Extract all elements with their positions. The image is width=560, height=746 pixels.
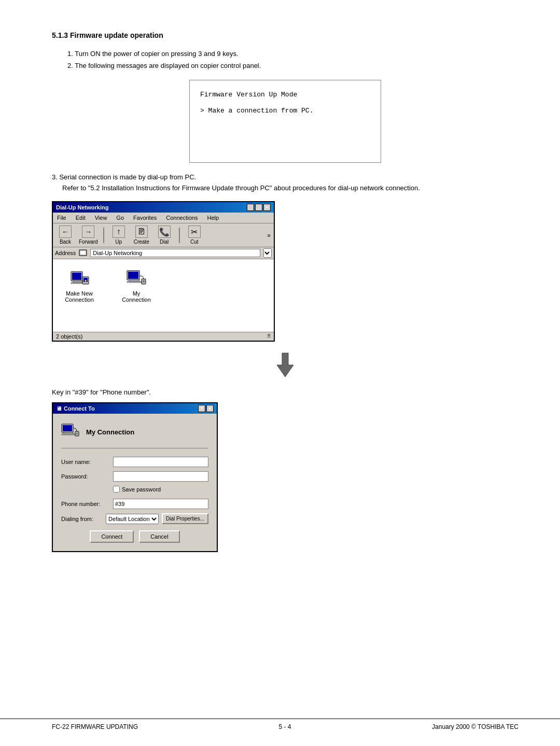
step2: 2. The following messages are displayed …	[67, 62, 519, 69]
connect-header: My Connection	[61, 422, 208, 448]
dialup-title: Dial-Up Networking	[56, 204, 108, 210]
dialup-titlebar: Dial-Up Networking _ □ ×	[53, 202, 274, 213]
connect-close-button[interactable]: ×	[206, 405, 214, 412]
dialup-address-icon	[79, 249, 87, 257]
connect-help-button[interactable]: ?	[198, 405, 205, 412]
titlebar-buttons: _ □ ×	[247, 204, 271, 211]
menu-go[interactable]: Go	[114, 214, 126, 222]
save-password-label: Save password	[122, 486, 161, 492]
section-title: 5.1.3 Firmware update operation	[52, 31, 519, 39]
svg-rect-18	[64, 432, 73, 434]
phone-number-row: Phone number:	[61, 499, 208, 509]
dialing-from-select[interactable]: Default Location	[106, 514, 159, 524]
connect-title: Connect To	[64, 405, 95, 412]
menu-file[interactable]: File	[55, 214, 68, 222]
dialing-from-row: Dialing from: Default Location Dial Prop…	[61, 513, 208, 524]
statusbar: 2 object(s) ⠿	[53, 332, 274, 341]
menu-help[interactable]: Help	[205, 214, 221, 222]
connect-connection-name: My Connection	[86, 428, 134, 436]
svg-rect-1	[80, 251, 86, 255]
firmware-line1: Firmware Version Up Mode	[200, 91, 370, 98]
footer-right: January 2000 © TOSHIBA TEC	[432, 723, 519, 730]
firmware-line2: > Make a connection from PC.	[200, 107, 370, 115]
menu-connections[interactable]: Connections	[164, 214, 200, 222]
connect-content: My Connection User name: Password: Save …	[53, 414, 217, 551]
username-row: User name:	[61, 457, 208, 467]
footer: FC-22 FIRMWARE UPDATING 5 - 4 January 20…	[0, 719, 560, 730]
step3-text: 3. Serial connection is made by dial-up …	[52, 173, 519, 181]
svg-rect-10	[128, 272, 138, 279]
username-input[interactable]	[113, 457, 208, 467]
minimize-button[interactable]: _	[247, 204, 254, 211]
forward-icon	[82, 226, 94, 238]
connect-titlebar: 🖥 Connect To ? ×	[53, 403, 217, 414]
phone-number-label: Phone number:	[61, 501, 113, 507]
footer-center: 5 - 4	[279, 723, 291, 730]
more-button[interactable]: »	[267, 232, 271, 239]
svg-rect-14	[143, 280, 145, 283]
menu-favorites[interactable]: Favorites	[131, 214, 159, 222]
create-button[interactable]: 🖹 Create	[132, 226, 151, 245]
menu-edit[interactable]: Edit	[74, 214, 88, 222]
dialup-networking-window: Dial-Up Networking _ □ × File Edit View …	[52, 201, 275, 342]
down-arrow-indicator	[52, 352, 519, 378]
step3-refer: Refer to "5.2 Installation Instructions …	[62, 184, 519, 192]
address-field[interactable]: Dial-Up Networking	[90, 249, 260, 257]
svg-text:★: ★	[84, 279, 87, 283]
address-dropdown[interactable]	[263, 248, 272, 258]
svg-rect-19	[62, 434, 75, 435]
maximize-button[interactable]: □	[255, 204, 262, 211]
firmware-display-box: Firmware Version Up Mode > Make a connec…	[189, 80, 381, 163]
cut-button[interactable]: ✂ Cut	[185, 226, 204, 245]
connect-button[interactable]: Connect	[90, 530, 134, 543]
forward-button[interactable]: Forward	[79, 226, 98, 245]
svg-rect-3	[72, 273, 81, 280]
username-label: User name:	[61, 459, 113, 465]
connect-to-dialog: 🖥 Connect To ? × My Connection	[52, 402, 218, 552]
connect-titlebar-buttons: ? ×	[198, 405, 214, 412]
up-icon: ↑	[113, 226, 125, 238]
password-input[interactable]	[113, 471, 208, 482]
phone-number-input[interactable]	[113, 499, 208, 509]
toolbar-separator2	[179, 228, 180, 243]
dial-button[interactable]: 📞 Dial	[155, 226, 174, 245]
svg-rect-4	[73, 281, 82, 283]
address-bar: Address Dial-Up Networking	[53, 247, 274, 259]
svg-rect-11	[129, 280, 139, 281]
arrow-svg	[275, 352, 296, 378]
step1: 1. Turn ON the power of copier on pressi…	[67, 50, 519, 58]
dialup-content: ★ Make New Connection My C	[53, 259, 274, 332]
up-button[interactable]: ↑ Up	[109, 226, 128, 245]
my-connection-label: My Connection	[118, 290, 155, 303]
dial-properties-button[interactable]: Dial Properties...	[162, 513, 208, 524]
my-connection-item[interactable]: My Connection	[118, 268, 155, 303]
footer-left: FC-22 FIRMWARE UPDATING	[52, 723, 138, 730]
save-password-row: Save password	[113, 486, 208, 492]
connect-title-icon: 🖥	[56, 405, 62, 412]
menu-view[interactable]: View	[93, 214, 109, 222]
save-password-checkbox[interactable]	[113, 486, 120, 492]
statusbar-resize: ⠿	[267, 333, 271, 340]
dialing-from-label: Dialing from:	[61, 516, 106, 522]
svg-rect-17	[63, 425, 72, 431]
key-in-text: Key in "#39" for "Phone number".	[52, 388, 519, 396]
connect-button-row: Connect Cancel	[61, 530, 208, 543]
statusbar-text: 2 object(s)	[56, 333, 82, 340]
back-button[interactable]: Back	[56, 226, 75, 245]
make-new-connection-item[interactable]: ★ Make New Connection	[61, 268, 97, 303]
make-new-connection-label: Make New Connection	[65, 290, 94, 303]
close-button[interactable]: ×	[263, 204, 271, 211]
dial-icon: 📞	[158, 226, 171, 238]
my-connection-icon	[126, 268, 147, 288]
toolbar-separator	[103, 228, 104, 243]
svg-rect-12	[127, 281, 142, 283]
svg-rect-21	[76, 432, 78, 435]
toolbar: Back Forward ↑ Up 🖹 Create 📞 Dial ✂ Cut …	[53, 223, 274, 247]
password-row: Password:	[61, 471, 208, 482]
password-label: Password:	[61, 473, 113, 480]
svg-marker-15	[277, 353, 293, 377]
menubar: File Edit View Go Favorites Connections …	[53, 213, 274, 223]
cancel-button[interactable]: Cancel	[139, 530, 179, 543]
make-new-connection-icon: ★	[69, 268, 90, 288]
back-icon	[59, 226, 72, 238]
